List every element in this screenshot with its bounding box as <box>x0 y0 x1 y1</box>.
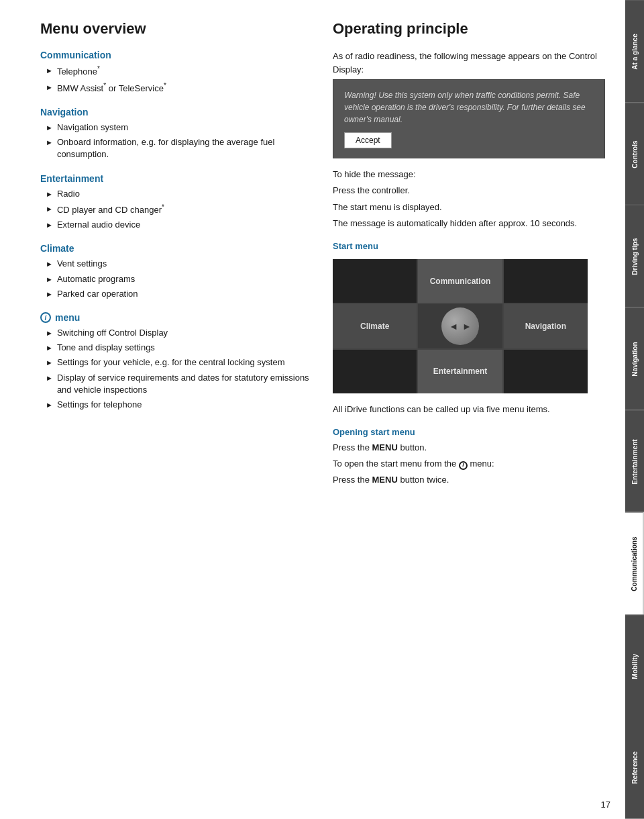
item-text: Parked car operation <box>57 288 138 300</box>
arrow-icon: ► <box>46 189 53 199</box>
arrow-icon: ► <box>46 83 53 93</box>
item-text: Settings for telephone <box>57 399 142 411</box>
list-item: ► External audio device <box>46 219 313 231</box>
info-inline-icon: i <box>459 461 468 470</box>
list-item: ► Settings for your vehicle, e.g. for th… <box>46 356 313 369</box>
item-text: External audio device <box>57 219 140 231</box>
tab-entertainment[interactable]: Entertainment <box>625 410 644 513</box>
arrow-icon: ► <box>46 400 53 410</box>
instruction-line-2: Press the controller. <box>333 184 605 197</box>
tab-controls[interactable]: Controls <box>625 103 644 205</box>
idrive-knob: ◄ ► <box>441 307 479 345</box>
item-text: Tone and display settings <box>57 342 155 354</box>
page-number: 17 <box>601 800 610 810</box>
arrow-icon: ► <box>46 138 53 148</box>
start-menu-diagram: Communication Climate ◄ ► Navigation <box>333 259 588 393</box>
item-text: Settings for your vehicle, e.g. for the … <box>57 356 285 369</box>
arrow-icon: ► <box>46 358 53 368</box>
section-heading-navigation: Navigation <box>40 107 313 117</box>
section-heading-entertainment: Entertainment <box>40 173 313 184</box>
tab-reference[interactable]: Reference <box>625 717 644 819</box>
tab-communications[interactable]: Communications <box>625 512 644 615</box>
menu-bold-1: MENU <box>372 442 398 452</box>
sm-empty-bl <box>333 350 417 393</box>
imenu-label: menu <box>55 312 80 323</box>
start-menu-heading: Start menu <box>333 241 605 251</box>
instruction-line-4: The message is automatically hidden afte… <box>333 217 605 230</box>
tab-mobility[interactable]: Mobility <box>625 615 644 718</box>
arrow-icon: ► <box>46 373 53 383</box>
arrow-left-icon: ◄ <box>449 321 458 332</box>
list-item: ► Vent settings <box>46 258 313 270</box>
list-item: ► CD player and CD changer* <box>46 203 313 217</box>
sm-cell-climate: Climate <box>333 304 417 348</box>
arrow-right-icon: ► <box>462 321 472 332</box>
opening-line-2: To open the start menu from the i menu: <box>333 457 605 471</box>
list-item: ► Telephone* <box>46 64 313 79</box>
arrow-icon: ► <box>46 343 53 353</box>
arrow-icon: ► <box>46 328 53 338</box>
left-column: Menu overview Communication ► Telephone*… <box>40 20 313 799</box>
item-text: Telephone* <box>57 64 100 79</box>
opening-heading: Opening start menu <box>333 427 605 437</box>
menu-bold-2: MENU <box>372 475 398 485</box>
opening-line-3: Press the MENU button twice. <box>333 473 605 487</box>
item-text: CD player and CD changer* <box>57 203 164 217</box>
list-item: ► Display of service requirements and da… <box>46 372 313 396</box>
right-page-title: Operating principle <box>333 20 605 38</box>
item-text: Radio <box>57 188 80 200</box>
list-item: ► BMW Assist* or TeleService* <box>46 81 313 95</box>
list-item: ► Tone and display settings <box>46 342 313 354</box>
list-item: ► Switching off Control Display <box>46 327 313 339</box>
list-item: ► Onboard information, e.g. for displayi… <box>46 136 313 160</box>
tab-at-a-glance[interactable]: At a glance <box>625 0 644 103</box>
arrow-icon: ► <box>46 123 53 133</box>
accept-button[interactable]: Accept <box>344 132 392 148</box>
sm-empty-tl <box>333 259 417 303</box>
warning-text: Warning! Use this system only when traff… <box>344 89 594 126</box>
list-item: ► Navigation system <box>46 122 313 134</box>
item-text: Onboard information, e.g. for displaying… <box>57 136 313 160</box>
arrow-icon: ► <box>46 66 53 76</box>
section-heading-communication: Communication <box>40 50 313 60</box>
arrow-icon: ► <box>46 220 53 230</box>
list-item: ► Parked car operation <box>46 288 313 300</box>
section-heading-imenu: i menu <box>40 312 313 323</box>
info-icon: i <box>40 312 51 323</box>
sm-empty-tr <box>504 259 588 303</box>
sm-cell-communication: Communication <box>418 259 502 303</box>
sidebar-tabs: At a glance Controls Driving tips Naviga… <box>625 0 644 819</box>
warning-box: Warning! Use this system only when traff… <box>333 79 605 158</box>
sm-empty-br <box>504 350 588 393</box>
section-heading-climate: Climate <box>40 243 313 254</box>
item-text: Display of service requirements and date… <box>57 372 313 396</box>
instruction-line-1: To hide the message: <box>333 168 605 181</box>
right-column: Operating principle As of radio readines… <box>333 20 605 799</box>
instruction-line-3: The start menu is displayed. <box>333 201 605 214</box>
intro-text: As of radio readiness, the following mes… <box>333 50 605 77</box>
left-page-title: Menu overview <box>40 20 313 38</box>
arrow-icon: ► <box>46 289 53 299</box>
arrow-icon: ► <box>46 259 53 269</box>
arrow-icon: ► <box>46 275 53 285</box>
item-text: BMW Assist* or TeleService* <box>57 81 166 95</box>
start-menu-desc: All iDrive functions can be called up vi… <box>333 403 605 416</box>
item-text: Vent settings <box>57 258 107 270</box>
item-text: Navigation system <box>57 122 128 134</box>
list-item: ► Radio <box>46 188 313 200</box>
sm-cell-idrive: ◄ ► <box>418 304 502 348</box>
list-item: ► Settings for telephone <box>46 399 313 411</box>
arrow-icon: ► <box>46 204 53 214</box>
item-text: Switching off Control Display <box>57 327 168 339</box>
sm-cell-entertainment: Entertainment <box>418 350 502 393</box>
opening-line-1: Press the MENU button. <box>333 441 605 454</box>
tab-driving-tips[interactable]: Driving tips <box>625 205 644 307</box>
tab-navigation[interactable]: Navigation <box>625 307 644 410</box>
sm-cell-navigation: Navigation <box>504 304 588 348</box>
item-text: Automatic programs <box>57 273 135 285</box>
list-item: ► Automatic programs <box>46 273 313 285</box>
